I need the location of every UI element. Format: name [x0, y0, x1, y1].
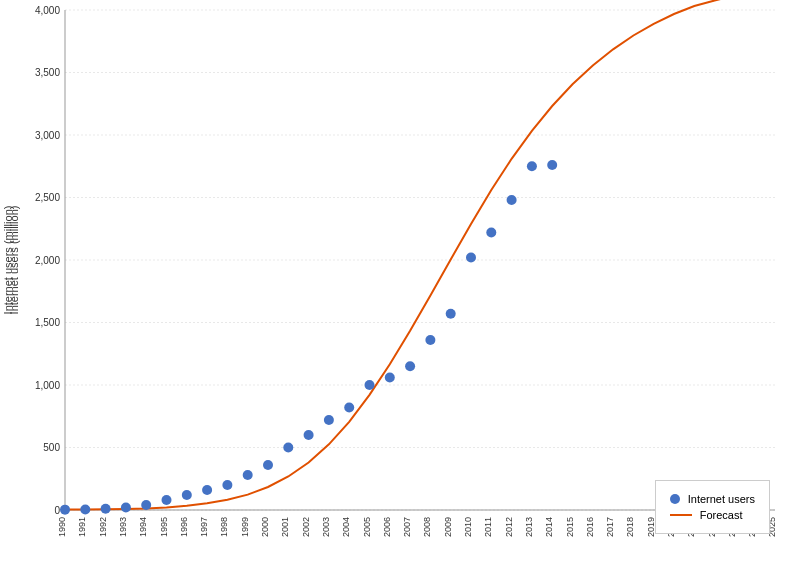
chart-container: 0 500 1,000 1,500 2,000 2,500 3,000 3,50…	[0, 0, 800, 574]
data-point	[263, 460, 273, 470]
svg-text:0: 0	[54, 505, 60, 516]
data-point	[283, 443, 293, 453]
svg-text:2013: 2013	[524, 517, 534, 537]
svg-text:1994: 1994	[138, 517, 148, 537]
data-point	[507, 195, 517, 205]
svg-text:1992: 1992	[98, 517, 108, 537]
svg-text:2001: 2001	[280, 517, 290, 537]
data-point	[182, 490, 192, 500]
legend-line-forecast	[670, 514, 692, 516]
svg-text:2002: 2002	[301, 517, 311, 537]
svg-text:1993: 1993	[118, 517, 128, 537]
svg-text:3,500: 3,500	[35, 67, 60, 78]
data-point	[222, 480, 232, 490]
svg-text:2007: 2007	[402, 517, 412, 537]
svg-text:Internet users (million): Internet users (million)	[8, 206, 20, 315]
data-point	[466, 253, 476, 263]
data-point	[80, 504, 90, 514]
data-point	[405, 361, 415, 371]
data-point	[527, 161, 537, 171]
data-point	[547, 160, 557, 170]
data-point	[60, 505, 70, 515]
data-point	[446, 309, 456, 319]
data-point	[101, 504, 111, 514]
data-point	[141, 500, 151, 510]
svg-text:1999: 1999	[240, 517, 250, 537]
svg-text:4,000: 4,000	[35, 5, 60, 16]
svg-text:3,000: 3,000	[35, 130, 60, 141]
chart-legend: Internet users Forecast	[655, 480, 770, 534]
legend-label-forecast: Forecast	[700, 509, 743, 521]
data-point	[324, 415, 334, 425]
svg-text:2009: 2009	[443, 517, 453, 537]
svg-text:1990: 1990	[57, 517, 67, 537]
svg-text:2008: 2008	[422, 517, 432, 537]
svg-text:2018: 2018	[625, 517, 635, 537]
legend-dot-users	[670, 494, 680, 504]
svg-text:1,500: 1,500	[35, 317, 60, 328]
legend-item-forecast: Forecast	[670, 509, 755, 521]
forecast-line	[65, 0, 775, 510]
data-point	[202, 485, 212, 495]
svg-text:1995: 1995	[159, 517, 169, 537]
svg-text:2016: 2016	[585, 517, 595, 537]
svg-text:2,000: 2,000	[35, 255, 60, 266]
data-point	[243, 470, 253, 480]
svg-text:2015: 2015	[565, 517, 575, 537]
svg-text:2011: 2011	[483, 517, 493, 537]
svg-text:2017: 2017	[605, 517, 615, 537]
legend-label-users: Internet users	[688, 493, 755, 505]
data-point	[162, 495, 172, 505]
svg-text:2010: 2010	[463, 517, 473, 537]
svg-text:1998: 1998	[219, 517, 229, 537]
data-point	[486, 228, 496, 238]
data-point	[304, 430, 314, 440]
legend-item-users: Internet users	[670, 493, 755, 505]
data-point	[344, 403, 354, 413]
svg-text:2012: 2012	[504, 517, 514, 537]
data-point	[385, 373, 395, 383]
svg-text:2006: 2006	[382, 517, 392, 537]
svg-text:2005: 2005	[362, 517, 372, 537]
data-point	[121, 503, 131, 513]
data-point	[425, 335, 435, 345]
svg-text:1997: 1997	[199, 517, 209, 537]
svg-text:2004: 2004	[341, 517, 351, 537]
svg-text:2000: 2000	[260, 517, 270, 537]
data-point	[365, 380, 375, 390]
svg-text:2003: 2003	[321, 517, 331, 537]
svg-text:500: 500	[43, 442, 60, 453]
svg-text:1996: 1996	[179, 517, 189, 537]
svg-text:1991: 1991	[77, 517, 87, 537]
svg-text:1,000: 1,000	[35, 380, 60, 391]
svg-text:2,500: 2,500	[35, 192, 60, 203]
svg-text:2014: 2014	[544, 517, 554, 537]
